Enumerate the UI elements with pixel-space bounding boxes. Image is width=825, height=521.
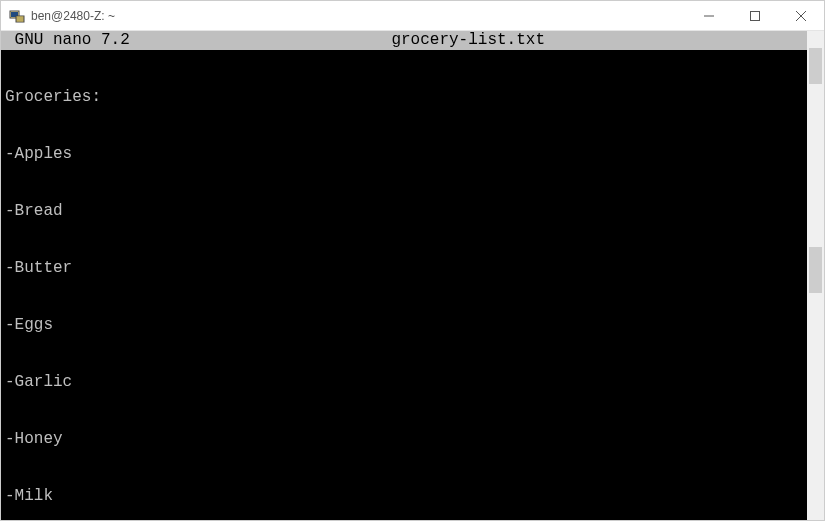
editor-line: -Milk (5, 487, 807, 506)
scrollbar-track[interactable] (807, 48, 824, 503)
editor-body[interactable]: Groceries: -Apples -Bread -Butter -Eggs … (1, 50, 807, 520)
scrollbar-thumb[interactable] (809, 48, 822, 84)
terminal[interactable]: GNU nano 7.2 grocery-list.txt Groceries:… (1, 31, 824, 520)
editor-line: -Honey (5, 430, 807, 449)
editor-line: Groceries: (5, 88, 807, 107)
scrollbar[interactable] (807, 31, 824, 520)
editor-line: -Butter (5, 259, 807, 278)
nano-filename: grocery-list.txt (139, 31, 797, 50)
editor-line: -Bread (5, 202, 807, 221)
nano-app-name: GNU nano 7.2 (1, 31, 139, 50)
editor-line: -Eggs (5, 316, 807, 335)
titlebar[interactable]: ben@2480-Z: ~ (1, 1, 824, 31)
close-button[interactable] (778, 1, 824, 31)
scrollbar-thumb[interactable] (809, 247, 822, 293)
maximize-button[interactable] (732, 1, 778, 31)
window-frame: ben@2480-Z: ~ GNU nano 7.2 grocery-list.… (0, 0, 825, 521)
svg-rect-2 (16, 16, 24, 22)
putty-icon (9, 8, 25, 24)
editor-line: -Garlic (5, 373, 807, 392)
window-title: ben@2480-Z: ~ (31, 9, 115, 23)
minimize-button[interactable] (686, 1, 732, 31)
svg-rect-6 (751, 11, 760, 20)
editor-line: -Apples (5, 145, 807, 164)
nano-titlebar: GNU nano 7.2 grocery-list.txt (1, 31, 807, 50)
